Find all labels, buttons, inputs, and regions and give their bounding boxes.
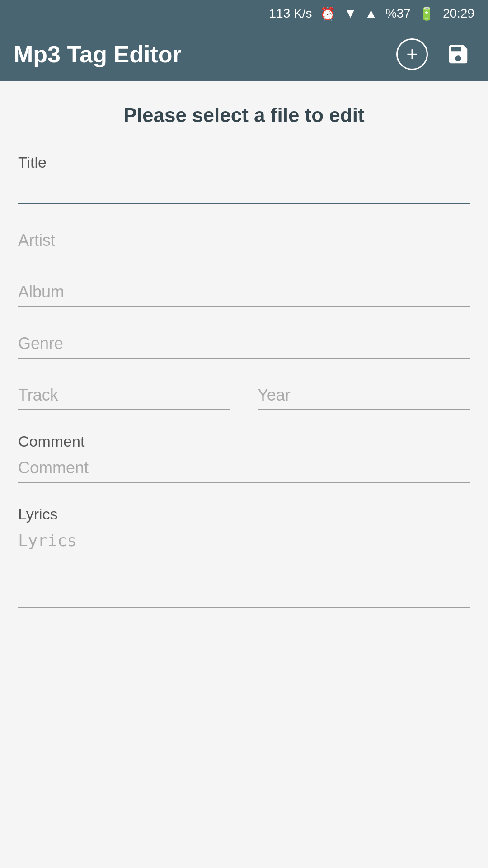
year-input[interactable] [258, 381, 470, 410]
alarm-icon: ⏰ [320, 6, 336, 21]
album-input[interactable] [18, 278, 470, 307]
title-field-group: Title [18, 154, 470, 204]
genre-field-group [18, 330, 470, 359]
app-title: Mp3 Tag Editor [14, 41, 182, 68]
app-bar-actions: + [396, 38, 474, 71]
year-field-group [258, 381, 470, 410]
track-input[interactable] [18, 381, 230, 410]
track-year-row [18, 381, 470, 410]
add-file-button[interactable]: + [396, 38, 428, 71]
lyrics-label: Lyrics [18, 505, 470, 523]
battery-percent: %37 [385, 6, 411, 21]
status-bar: 113 K/s ⏰ ▼ ▲ %37 🔋 20:29 [0, 0, 488, 27]
lyrics-input[interactable] [18, 527, 470, 608]
title-label: Title [18, 154, 470, 171]
save-icon [446, 42, 470, 66]
lyrics-field-group: Lyrics [18, 505, 470, 610]
comment-field-group: Comment [18, 433, 470, 483]
network-speed: 113 K/s [269, 6, 312, 21]
genre-input[interactable] [18, 330, 470, 359]
album-field-group [18, 278, 470, 307]
artist-field-group [18, 226, 470, 255]
artist-input[interactable] [18, 226, 470, 255]
title-input[interactable] [18, 175, 470, 204]
wifi-icon: ▼ [344, 6, 357, 21]
main-content: Please select a file to edit Title Comme… [0, 81, 488, 868]
signal-icon: ▲ [365, 6, 377, 21]
time: 20:29 [443, 6, 474, 21]
add-icon: + [396, 38, 428, 70]
track-field-group [18, 381, 230, 410]
comment-input[interactable] [18, 454, 470, 483]
comment-label: Comment [18, 433, 470, 450]
battery-icon: 🔋 [419, 6, 435, 21]
page-subtitle: Please select a file to edit [18, 104, 470, 127]
save-button[interactable] [442, 38, 474, 71]
app-bar: Mp3 Tag Editor + [0, 27, 488, 81]
